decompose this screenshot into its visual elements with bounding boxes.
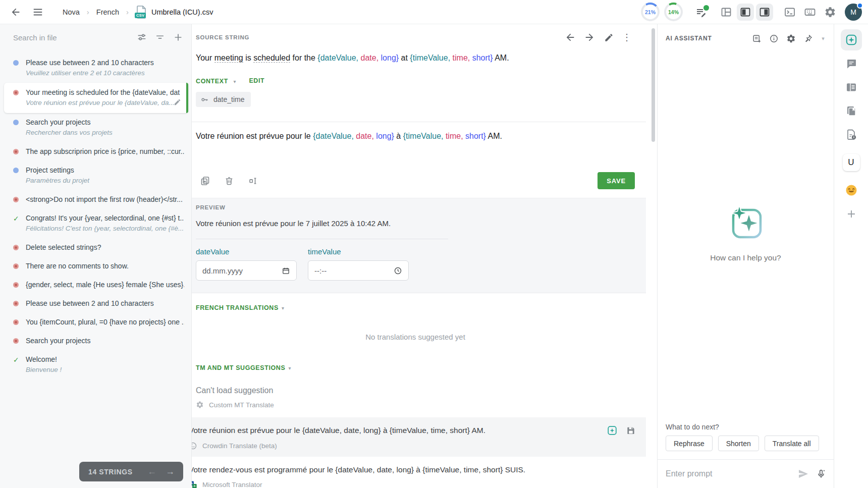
suggestion-item[interactable]: Votre rendez-vous est programmé pour le … [192,457,646,488]
string-list-item[interactable]: {gender, select, male {He uses} female {… [0,276,191,294]
ai-settings-button[interactable] [783,31,798,46]
previous-string-nav-button[interactable] [563,30,577,44]
preview-divider [196,239,448,239]
translate-all-button[interactable]: Translate all [765,436,819,451]
new-conversation-button[interactable] [749,31,764,46]
next-string-nav-button[interactable] [582,30,596,44]
text-selection-button[interactable] [246,174,260,188]
layout-right-panel-button[interactable] [756,4,773,21]
clear-translation-button[interactable] [222,174,236,188]
tm-mt-header[interactable]: TM AND MT SUGGESTIONS ▾ [196,364,635,371]
ai-translate-icon[interactable] [607,425,618,436]
copy-source-button[interactable] [198,174,212,188]
breadcrumb-project[interactable]: Nova [63,8,80,16]
translated-progress-ring[interactable]: 21% [641,3,660,21]
send-icon[interactable] [797,468,809,480]
string-list-item[interactable]: <strong>Do not import the first row (hea… [0,190,191,209]
string-list-item[interactable]: Congrats! It's your {year, selectordinal… [0,209,191,238]
editor-mode-button[interactable] [692,4,710,21]
string-list-item[interactable]: The app subscriprion price is {price, nu… [0,142,191,161]
layout-left-panel-button[interactable] [737,4,754,21]
more-options-button[interactable]: ⋮ [621,32,633,43]
time-value-input[interactable]: --:-- [308,260,409,281]
letter-u-icon: U [843,154,860,171]
pin-panel-button[interactable] [800,31,816,46]
string-list-item[interactable]: Search your projects [0,332,191,350]
collapse-panel-button[interactable]: ▾ [818,35,829,42]
approved-progress-ring[interactable]: 14% [664,3,683,21]
user-avatar[interactable]: M [845,4,862,21]
breadcrumb-file[interactable]: CSV Umbrella (ICU).csv [136,6,213,19]
comment-icon [845,58,857,70]
previous-string-button[interactable]: ← [145,465,159,479]
string-key-chip[interactable]: date_time [196,92,251,107]
shorten-button[interactable]: Shorten [718,436,759,451]
string-status-icon [13,60,19,66]
translation-editor: SOURCE STRING ⋮ Your meeting is schedule… [192,24,646,488]
feedback-tab[interactable] [841,180,862,201]
layout-grid-button[interactable] [718,4,735,21]
string-list-item[interactable]: Delete selected strings? [0,238,191,257]
french-translations-header[interactable]: FRENCH TRANSLATIONS ▾ [196,304,635,311]
string-source-text: {gender, select, male {He uses} female {… [26,280,184,290]
string-list-item[interactable]: Project settings Paramètres du projet [0,161,191,190]
topbar-right: 21% 14% [641,3,868,21]
file-context-tab[interactable] [841,124,862,145]
string-info-tab[interactable] [841,77,862,98]
menu-button[interactable] [29,4,46,21]
preview-section: PREVIEW Votre réunion est prévue pour le… [192,198,646,293]
string-list-item-selected[interactable]: Your meeting is scheduled for the {dateV… [4,83,188,113]
string-list-item[interactable]: Search your projects Rechercher dans vos… [0,113,191,142]
keyboard-shortcuts-button[interactable] [801,4,819,21]
ai-assistant-tab[interactable] [841,29,862,50]
prompt-input[interactable] [666,469,791,478]
settings-button[interactable] [822,4,839,21]
terminal-icon [784,6,796,18]
breadcrumb: Nova › French › CSV Umbrella (ICU).csv [63,6,213,19]
string-list-item[interactable]: There are no comments to show. [0,257,191,276]
add-panel-tab[interactable] [841,203,862,225]
layout-toggle-group [718,4,773,21]
edit-context-link[interactable]: EDIT [249,77,264,84]
string-translation-text: Paramètres du projet [26,175,184,186]
string-list: Please use between 2 and 10 characters V… [0,50,191,379]
date-value-input[interactable]: dd.mm.yyyy [196,260,297,281]
suggestion-text: Votre rendez-vous est programmé pour le … [192,464,636,475]
copy-source-icon [200,176,210,186]
save-button[interactable]: SAVE [598,172,635,189]
comments-tab[interactable] [841,53,862,74]
strings-sidebar: Please use between 2 and 10 characters V… [0,24,192,488]
csv-badge: CSV [135,13,146,18]
filter-settings-button[interactable] [134,29,150,45]
next-string-button[interactable]: → [163,465,177,479]
editor-scrollbar[interactable] [646,24,657,488]
string-list-item[interactable]: Welcome! Bienvenue ! [0,350,191,379]
string-list-item[interactable]: Please use between 2 and 10 characters V… [0,53,191,83]
topbar: Nova › French › CSV Umbrella (ICU).csv 2… [0,0,868,24]
caret-down-icon: ▾ [233,79,236,84]
save-suggestion-icon[interactable] [626,425,636,436]
string-list-item[interactable]: Please use between 2 and 10 characters [0,294,191,313]
translation-input-text[interactable]: Votre réunion est prévue pour le {dateVa… [196,131,635,142]
calendar-icon[interactable] [282,266,290,275]
breadcrumb-language[interactable]: French [96,8,119,16]
string-status-icon [13,301,19,306]
suggestion-item[interactable]: Votre réunion est prévue pour le {dateVa… [192,417,646,457]
console-button[interactable] [781,4,798,21]
clock-icon[interactable] [394,266,402,275]
back-button[interactable] [7,4,24,21]
search-input[interactable] [13,33,134,42]
edit-source-button[interactable] [602,30,616,44]
string-status-icon [13,90,19,95]
rephrase-button[interactable]: Rephrase [666,436,713,451]
scrollbar-thumb[interactable] [652,28,655,142]
glossary-tab[interactable] [841,100,862,122]
sort-filter-button[interactable] [152,29,168,45]
string-list-item[interactable]: You {itemCount, plural, =0 {have no proj… [0,313,191,332]
add-string-button[interactable] [170,29,186,45]
info-button[interactable] [766,31,781,46]
voice-input-icon[interactable] [816,468,827,479]
edit-string-icon[interactable] [174,98,181,108]
context-toggle[interactable]: CONTEXT ▾ [196,76,236,85]
united24-tab[interactable]: U [841,152,862,173]
